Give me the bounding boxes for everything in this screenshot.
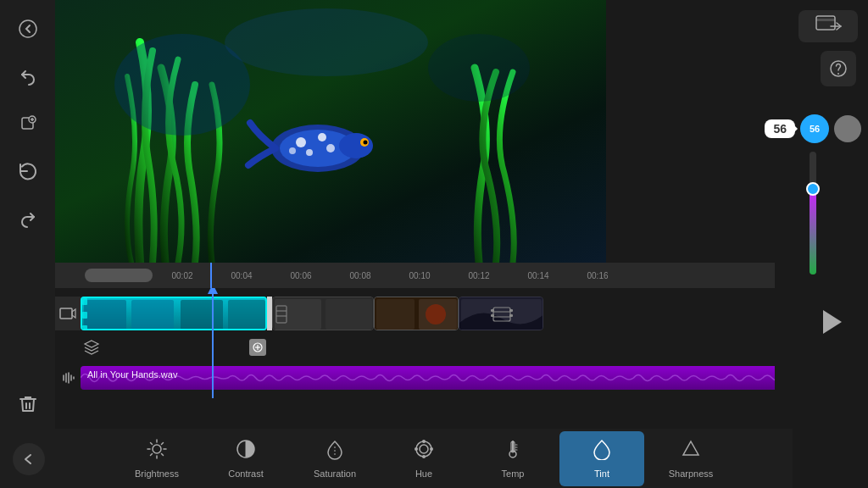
tool-brightness[interactable]: Brightness bbox=[114, 431, 199, 486]
saturation-icon bbox=[324, 438, 346, 465]
hue-label: Hue bbox=[415, 469, 432, 479]
tool-tint[interactable]: Tint bbox=[559, 431, 644, 486]
ruler-mark: 00:02 bbox=[153, 271, 212, 280]
svg-point-10 bbox=[306, 149, 313, 156]
svg-rect-19 bbox=[60, 308, 72, 319]
sharpness-label: Sharpness bbox=[669, 469, 714, 479]
svg-rect-30 bbox=[326, 299, 372, 330]
svg-point-55 bbox=[153, 445, 161, 453]
play-icon bbox=[823, 310, 842, 334]
audio-clip[interactable]: All in Your Hands.wav bbox=[81, 366, 818, 390]
svg-point-8 bbox=[296, 137, 306, 147]
video-preview bbox=[55, 0, 606, 263]
tint-slider-area: 56 56 bbox=[765, 114, 861, 274]
svg-point-70 bbox=[430, 447, 433, 451]
slider-handle-inactive[interactable] bbox=[834, 115, 861, 142]
tool-temp[interactable]: Temp bbox=[470, 431, 555, 486]
effects-track bbox=[81, 336, 810, 358]
svg-rect-29 bbox=[275, 299, 321, 330]
svg-point-68 bbox=[420, 445, 428, 453]
svg-rect-21 bbox=[84, 300, 126, 330]
saturation-label: Saturation bbox=[314, 469, 356, 479]
svg-rect-22 bbox=[131, 300, 174, 330]
sharpness-icon bbox=[680, 438, 702, 465]
slider-fill bbox=[810, 189, 816, 275]
tool-sharpness[interactable]: Sharpness bbox=[648, 431, 733, 486]
delete-button[interactable] bbox=[12, 388, 44, 420]
slider-track[interactable] bbox=[810, 152, 816, 274]
svg-point-15 bbox=[364, 141, 368, 145]
video-clip-4[interactable] bbox=[459, 297, 543, 330]
svg-point-67 bbox=[416, 441, 431, 457]
video-clip-1[interactable] bbox=[81, 297, 267, 330]
export-icon bbox=[815, 14, 842, 38]
playhead[interactable] bbox=[212, 288, 214, 398]
svg-line-63 bbox=[162, 443, 164, 445]
svg-rect-35 bbox=[376, 299, 415, 330]
svg-point-37 bbox=[426, 304, 446, 324]
tool-hue[interactable]: Hue bbox=[381, 431, 466, 486]
back-button[interactable] bbox=[12, 13, 44, 45]
revert-button[interactable] bbox=[12, 155, 44, 187]
svg-marker-78 bbox=[683, 441, 698, 455]
svg-point-11 bbox=[326, 144, 335, 152]
svg-point-69 bbox=[422, 440, 426, 443]
ruler-mark: 00:16 bbox=[568, 271, 627, 280]
help-button[interactable] bbox=[821, 51, 856, 86]
hue-icon bbox=[413, 438, 435, 465]
video-track bbox=[55, 292, 818, 335]
collapse-button[interactable] bbox=[13, 443, 45, 475]
svg-rect-45 bbox=[491, 314, 494, 317]
play-button[interactable] bbox=[815, 305, 849, 339]
redo-button[interactable] bbox=[12, 202, 44, 235]
tool-contrast[interactable]: Contrast bbox=[203, 431, 288, 486]
timeline-area: All in Your Hands.wav bbox=[55, 288, 818, 398]
ruler-mark: 00:08 bbox=[331, 271, 390, 280]
temp-label: Temp bbox=[502, 469, 525, 479]
timeline-scroll-handle[interactable] bbox=[85, 269, 153, 282]
svg-point-9 bbox=[318, 133, 326, 141]
tint-icon bbox=[591, 438, 613, 465]
svg-rect-44 bbox=[509, 309, 513, 312]
svg-rect-26 bbox=[82, 312, 87, 319]
svg-point-0 bbox=[19, 20, 36, 37]
svg-line-60 bbox=[151, 443, 153, 445]
video-clip-2[interactable] bbox=[272, 297, 374, 330]
video-clip-3[interactable] bbox=[374, 297, 459, 330]
svg-rect-50 bbox=[816, 16, 835, 30]
copy-button[interactable] bbox=[12, 108, 44, 140]
contrast-label: Contrast bbox=[228, 469, 264, 479]
contrast-icon bbox=[235, 438, 257, 465]
help-icon bbox=[828, 58, 849, 79]
ruler-mark: 00:14 bbox=[509, 271, 568, 280]
svg-rect-43 bbox=[491, 309, 494, 312]
tool-saturation[interactable]: Saturation bbox=[292, 431, 377, 486]
svg-point-12 bbox=[289, 147, 296, 154]
svg-point-17 bbox=[428, 34, 530, 102]
ruler-playhead bbox=[210, 263, 212, 288]
slider-handle-value: 56 bbox=[810, 124, 820, 134]
undo-button[interactable] bbox=[12, 60, 44, 92]
svg-point-18 bbox=[225, 8, 428, 76]
bottom-toolbar: Brightness Contrast Saturation bbox=[55, 429, 793, 488]
video-track-icon bbox=[55, 297, 81, 330]
temp-icon bbox=[502, 438, 524, 465]
export-button[interactable] bbox=[798, 10, 858, 42]
svg-point-71 bbox=[422, 455, 426, 458]
tint-label: Tint bbox=[594, 469, 609, 479]
ruler-mark: 00:06 bbox=[271, 271, 331, 280]
slider-thumb[interactable] bbox=[806, 182, 820, 196]
audio-track-icon bbox=[55, 365, 81, 391]
collapse-icon bbox=[21, 452, 36, 467]
left-sidebar bbox=[0, 0, 55, 488]
svg-rect-46 bbox=[509, 314, 513, 317]
slider-handle-active[interactable]: 56 bbox=[800, 114, 829, 143]
svg-rect-24 bbox=[228, 300, 265, 330]
effects-track-icon bbox=[81, 339, 102, 356]
slider-value-tooltip: 56 bbox=[765, 119, 795, 138]
ruler-mark: 00:10 bbox=[390, 271, 449, 280]
brightness-label: Brightness bbox=[135, 469, 179, 479]
sticker-marker bbox=[249, 339, 266, 356]
svg-rect-25 bbox=[82, 298, 87, 305]
svg-line-61 bbox=[162, 454, 164, 456]
